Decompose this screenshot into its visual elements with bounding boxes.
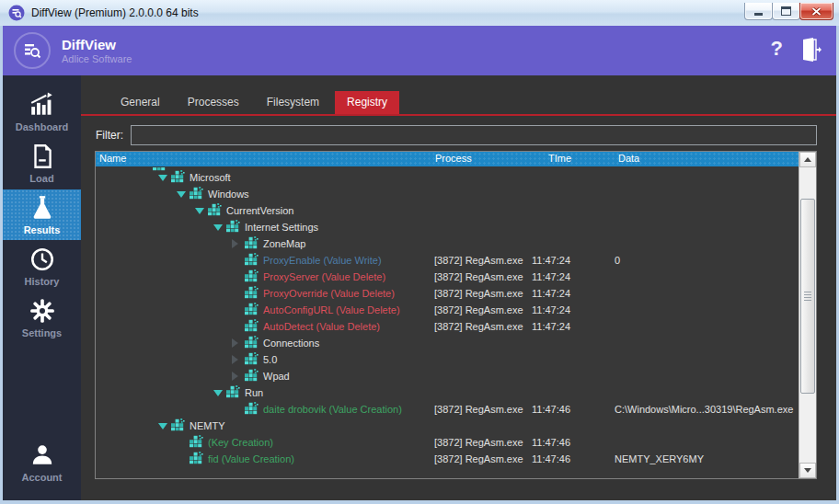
sidebar-item-account[interactable]: Account [3, 437, 81, 487]
tab-filesystem[interactable]: Filesystem [255, 91, 331, 114]
registry-key-icon [245, 352, 263, 367]
minimize-button[interactable] [744, 3, 773, 20]
sidebar-item-settings[interactable]: Settings [3, 292, 81, 343]
body-row: DashboardLoadResultsHistorySettingsAccou… [3, 75, 836, 500]
time-cell: 11:47:24 [532, 285, 570, 302]
tree-row[interactable]: ProxyOverride (Value Delete)[3872] RegAs… [96, 285, 816, 302]
column-header-process[interactable]: Process [435, 153, 472, 164]
process-cell: [3872] RegAsm.exe [434, 434, 523, 451]
registry-entry-label: ProxyOverride (Value Delete) [263, 288, 395, 299]
collapse-arrow-icon[interactable] [158, 175, 171, 181]
registry-entry-label: Wpad [263, 371, 290, 382]
expand-arrow-icon[interactable] [232, 372, 245, 381]
sidebar-item-label: Settings [22, 327, 62, 338]
sidebar-item-label: Dashboard [16, 121, 68, 132]
tree-row[interactable]: Microsoft [96, 169, 816, 186]
registry-entry-label: AutoDetect (Value Delete) [263, 321, 380, 332]
help-button[interactable]: ? [771, 37, 783, 61]
titlebar[interactable]: DiffView (Premium) 2.0.0.0 64 bits [0, 0, 839, 26]
tab-registry[interactable]: Registry [335, 91, 399, 114]
registry-entry-label: Internet Settings [245, 222, 318, 233]
process-cell: [3872] RegAsm.exe [434, 318, 523, 335]
tree-row-name: NEMTY [96, 418, 816, 434]
sidebar-item-label: Load [29, 173, 53, 184]
tree-row-name: Microsoft [96, 169, 816, 186]
close-button[interactable] [799, 3, 833, 20]
brand-text: DiffView Adlice Software [62, 37, 132, 65]
registry-entry-label: ZoneMap [263, 238, 305, 249]
tree-row[interactable]: fid (Value Creation)[3872] RegAsm.exe11:… [96, 451, 816, 467]
diffview-logo-icon [14, 32, 51, 69]
tree-row[interactable]: AutoConfigURL (Value Delete)[3872] RegAs… [96, 302, 816, 318]
filter-input[interactable] [131, 125, 817, 145]
collapse-arrow-icon[interactable] [213, 224, 226, 231]
registry-key-icon [171, 418, 190, 433]
collapse-arrow-icon[interactable] [213, 390, 226, 396]
chart-icon [29, 91, 56, 119]
tree-row[interactable]: Run [96, 384, 816, 401]
scroll-up-button[interactable] [799, 152, 816, 167]
tree-row[interactable]: ProxyServer (Value Delete)[3872] RegAsm.… [96, 269, 816, 285]
tree-row[interactable]: CurrentVersion [96, 202, 816, 219]
filter-label: Filter: [96, 129, 123, 142]
registry-entry-label: ProxyServer (Value Delete) [263, 271, 385, 282]
tree-row[interactable]: 5.0 [96, 351, 816, 368]
expand-arrow-icon[interactable] [232, 355, 245, 364]
registry-key-icon [226, 220, 245, 235]
scroll-up-icon [804, 157, 811, 162]
registry-entry-label: ProxyEnable (Value Write) [263, 255, 382, 266]
tree-row-name: Windows [96, 186, 816, 202]
registry-key-icon [245, 402, 263, 417]
sidebar-item-label: Results [24, 224, 61, 235]
tree-row[interactable]: Internet Settings [96, 219, 816, 235]
maximize-icon [781, 6, 791, 16]
tree-row[interactable]: NEMTY [96, 418, 816, 434]
tree-row[interactable]: Connections [96, 335, 816, 351]
person-icon [29, 441, 56, 469]
registry-key-icon [245, 236, 263, 251]
tree-row[interactable]: ZoneMap [96, 235, 816, 252]
document-icon [29, 143, 56, 170]
expand-arrow-icon[interactable] [232, 239, 245, 248]
registry-entry-label: 5.0 [263, 354, 277, 365]
tree-row-name: ZoneMap [96, 235, 816, 252]
tree-row[interactable]: Wpad [96, 368, 816, 384]
expand-arrow-icon[interactable] [232, 338, 245, 348]
app-window: DiffView (Premium) 2.0.0.0 64 bits [0, 0, 839, 504]
sidebar-item-load[interactable]: Load [3, 138, 81, 189]
registry-key-icon [245, 336, 263, 350]
sidebar-item-history[interactable]: History [3, 241, 81, 292]
close-icon [811, 7, 822, 16]
sidebar-item-results[interactable]: Results [3, 189, 81, 240]
maximize-button[interactable] [772, 3, 800, 20]
app-icon [8, 5, 25, 21]
tree-row[interactable]: daite drobovik (Value Creation)[3872] Re… [96, 401, 816, 418]
tree-row[interactable]: Windows [96, 186, 816, 202]
registry-key-icon [245, 369, 263, 384]
vertical-scrollbar[interactable] [799, 152, 816, 478]
tree-row[interactable]: (Key Creation)[3872] RegAsm.exe11:47:46 [96, 434, 816, 451]
column-header-data[interactable]: Data [618, 153, 639, 164]
scrollbar-thumb[interactable] [800, 199, 815, 394]
scroll-down-button[interactable] [799, 463, 816, 478]
tree-row[interactable]: AutoDetect (Value Delete)[3872] RegAsm.e… [96, 318, 816, 335]
process-cell: [3872] RegAsm.exe [434, 302, 523, 318]
collapse-arrow-icon[interactable] [177, 191, 190, 198]
column-header-name[interactable]: Name [99, 153, 126, 164]
tree-row[interactable]: ProxyEnable (Value Write)[3872] RegAsm.e… [96, 252, 816, 269]
column-header-time[interactable]: TIme [548, 153, 571, 164]
gear-icon [29, 297, 56, 325]
collapse-arrow-icon[interactable] [158, 423, 171, 430]
registry-entry-label: (Key Creation) [208, 437, 273, 448]
process-cell: [3872] RegAsm.exe [434, 285, 523, 302]
collapse-arrow-icon[interactable] [195, 208, 208, 214]
process-cell: [3872] RegAsm.exe [434, 252, 523, 269]
filter-row: Filter: [96, 125, 817, 145]
time-cell: 11:47:24 [532, 318, 570, 335]
sidebar-item-dashboard[interactable]: Dashboard [3, 86, 81, 137]
tab-bar: GeneralProcessesFilesystemRegistry [81, 75, 836, 116]
exit-button[interactable] [798, 37, 822, 63]
tab-general[interactable]: General [109, 91, 172, 114]
tab-processes[interactable]: Processes [176, 91, 251, 114]
data-cell: C:\Windows\Micro...30319\RegAsm.exe [615, 401, 793, 418]
